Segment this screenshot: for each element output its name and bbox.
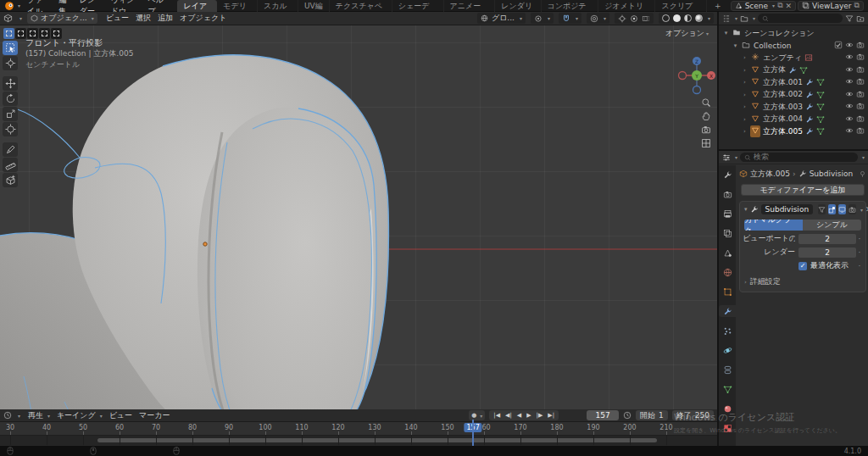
workspace-tab-レイアウト[interactable]: レイアウト [177, 0, 217, 12]
shading-dropdown-arrow-icon[interactable]: ▾ [708, 15, 710, 21]
camera-toggle-icon[interactable] [856, 77, 865, 87]
properties-tab-object-data[interactable] [719, 383, 736, 395]
chevron-down-icon[interactable]: ▾ [732, 42, 738, 49]
nav-grid-button[interactable] [701, 138, 711, 148]
current-frame-field[interactable]: 157 [587, 410, 619, 420]
view-layer-selector[interactable]: ViewLayer ⧉ [798, 1, 864, 11]
chevron-right-icon[interactable]: › [742, 92, 748, 98]
chevron-right-icon[interactable]: › [742, 103, 748, 110]
properties-options-arrow-icon[interactable]: ▾ [862, 154, 865, 160]
show-overlays-toggle-icon[interactable] [630, 14, 638, 23]
eye-toggle-icon[interactable] [845, 65, 854, 75]
chevron-right-icon[interactable]: › [742, 79, 748, 86]
scene-selector[interactable]: Scene ▾ ⧉ ✕ [731, 1, 796, 11]
eye-toggle-icon[interactable] [845, 114, 854, 125]
tool-rotate[interactable] [3, 92, 18, 106]
advanced-settings-row[interactable]: › 詳細設定 [743, 276, 863, 287]
workspace-tab-スクリプト作成[interactable]: スクリプト作成 [655, 0, 707, 12]
outliner-display-mode-icon[interactable] [740, 14, 748, 23]
camera-toggle-icon[interactable] [856, 41, 865, 51]
workspace-tab-テクスチャペイント[interactable]: テクスチャペイント [330, 0, 392, 12]
tool-annotate[interactable] [3, 142, 18, 157]
mode-selector[interactable]: オブジェク... ▾ [27, 13, 97, 24]
workspace-tab-コンポジティング[interactable]: コンポジティング [542, 0, 598, 12]
tool-add-cube[interactable] [3, 173, 18, 187]
add-workspace-button[interactable]: + [709, 0, 727, 12]
viewport-menu-追加[interactable]: 追加 [154, 13, 176, 24]
modifier-cage-toggle[interactable] [818, 204, 826, 214]
editor-type-properties-icon[interactable] [722, 153, 731, 162]
gizmo-x-neg-axis[interactable] [679, 72, 687, 80]
nav-magnifier-button[interactable] [701, 97, 711, 108]
properties-tab-object[interactable] [719, 286, 736, 298]
proportional-editing-toggle[interactable]: ▾ [587, 13, 609, 24]
properties-tab-tool[interactable] [719, 169, 736, 181]
camera-toggle-icon[interactable] [856, 126, 865, 136]
gizmo-z-neg-axis[interactable] [693, 86, 701, 94]
editor-type-dropdown-arrow-icon[interactable]: ▾ [19, 15, 22, 21]
next-keyframe-button[interactable]: |▶ [535, 412, 545, 419]
viewport-canvas[interactable]: フロント・平行投影 (157) Collection | 立方体.005 センチ… [0, 25, 717, 409]
workspace-tab-ジオメトリノード[interactable]: ジオメトリノード [598, 0, 655, 12]
subdivision-type-シンプル[interactable]: シンプル [803, 220, 861, 231]
editor-type-outliner-icon[interactable] [722, 14, 731, 23]
view-layer-new-icon[interactable]: ⧉ [854, 1, 860, 10]
xray-toggle-icon[interactable] [642, 14, 650, 23]
chevron-right-icon[interactable]: › [742, 54, 748, 61]
properties-tab-render[interactable] [719, 188, 736, 200]
shading-solid-icon[interactable] [673, 14, 681, 22]
prev-keyframe-button[interactable]: ◀| [504, 412, 514, 419]
playhead-line[interactable] [472, 420, 474, 446]
shading-wireframe-icon[interactable] [662, 14, 670, 22]
jump-to-end-button[interactable]: ▶| [546, 412, 556, 419]
chevron-right-icon[interactable]: › [742, 67, 748, 74]
frame-start-field[interactable]: 開始 1 [636, 410, 668, 420]
outliner-row-立方体.003[interactable]: ›立方体.003 [719, 101, 868, 114]
select-intersect-button[interactable] [51, 28, 62, 39]
logo-dropdown-arrow-icon[interactable]: ▾ [18, 3, 20, 8]
outliner-display-dropdown-arrow-icon[interactable]: ▾ [753, 15, 755, 21]
camera-toggle-icon[interactable] [856, 90, 865, 100]
timeline-editor-dropdown-arrow-icon[interactable]: ▾ [18, 413, 20, 419]
modifier-realtime-toggle[interactable] [838, 204, 846, 214]
outliner-row-立方体.001[interactable]: ›立方体.001 [719, 76, 868, 89]
outliner-row-エンプティ[interactable]: ›エンプティ [719, 52, 868, 64]
properties-tab-physics[interactable] [719, 344, 736, 356]
timeline-menu-マーカー[interactable]: マーカー [136, 410, 173, 421]
timeline-ruler[interactable]: 3040506070809010011012013014015016017018… [0, 422, 717, 436]
properties-search-input[interactable]: 検索 [740, 153, 858, 162]
camera-toggle-icon[interactable] [856, 102, 865, 112]
nav-hand-button[interactable] [701, 111, 711, 121]
pin-icon[interactable] [859, 170, 866, 178]
modifier-editmode-toggle[interactable] [828, 204, 836, 214]
camera-toggle-icon[interactable] [856, 53, 865, 63]
eye-toggle-icon[interactable] [845, 77, 854, 87]
optimal-display-checkbox[interactable]: ✓ [798, 262, 807, 270]
chevron-right-icon[interactable]: › [742, 128, 748, 135]
scene-new-icon[interactable]: ⧉ [777, 1, 782, 10]
subdivision-type-カトマルクラーク[interactable]: カトマルクラーク [744, 220, 803, 231]
viewport-menu-オブジェクト[interactable]: オブジェクト [176, 13, 230, 24]
editor-type-3d-viewport-icon[interactable] [3, 14, 13, 23]
properties-tab-constraints[interactable] [719, 364, 736, 375]
properties-tab-material[interactable] [719, 403, 736, 414]
camera-toggle-icon[interactable] [856, 65, 865, 75]
outliner-row-立方体.004[interactable]: ›立方体.004 [719, 114, 868, 126]
properties-tab-output[interactable] [719, 208, 736, 220]
properties-tab-modifiers[interactable] [719, 305, 736, 317]
timeline-menu-再生[interactable]: 再生 ▾ [25, 410, 53, 421]
play-button[interactable]: ▶ [525, 412, 532, 419]
tool-scale[interactable] [3, 107, 18, 121]
filter-icon[interactable] [845, 14, 854, 23]
select-subtract-button[interactable] [27, 28, 38, 39]
outliner-search-input[interactable] [758, 14, 843, 23]
timeline-tracks[interactable] [0, 436, 717, 445]
select-extend-button[interactable] [15, 28, 26, 39]
camera-toggle-icon[interactable] [856, 114, 865, 125]
frame-end-field[interactable]: 終了 250 [672, 410, 714, 420]
options-dropdown[interactable]: オプション ▾ [665, 28, 709, 39]
workspace-tab-レンダリング[interactable]: レンダリング [495, 0, 541, 12]
eye-toggle-icon[interactable] [845, 41, 854, 51]
navigation-gizmo[interactable]: Z X Y [677, 56, 716, 95]
pivot-point-selector[interactable]: ▾ [531, 13, 554, 24]
